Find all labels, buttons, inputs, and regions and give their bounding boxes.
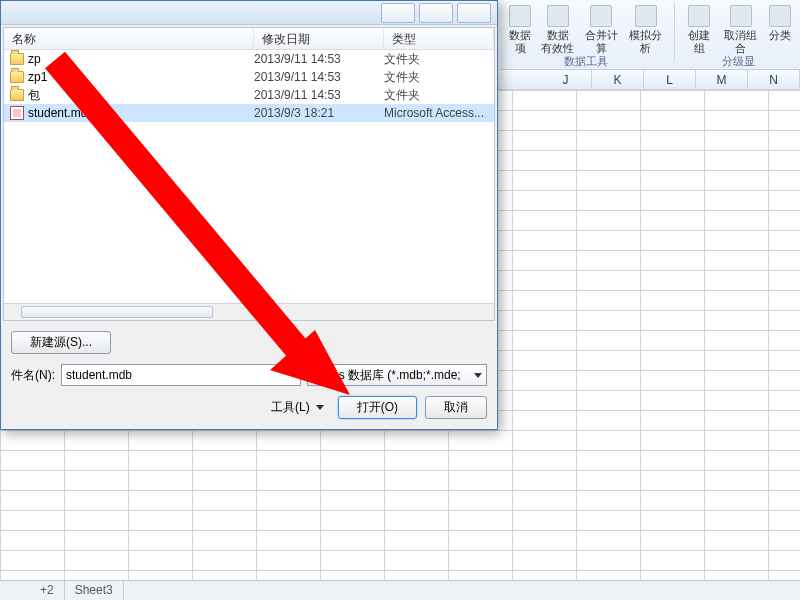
ribbon-whatif-button[interactable]: 模拟分析 [623, 2, 667, 58]
file-row[interactable]: zp12013/9/11 14:53文件夹 [4, 68, 494, 86]
file-list-panel: 名称 修改日期 类型 zp2013/9/11 14:53文件夹zp12013/9… [3, 27, 495, 321]
filename-row: 件名(N): ccess 数据库 (*.mdb;*.mde; [11, 364, 487, 386]
file-type-filter[interactable]: ccess 数据库 (*.mdb;*.mde; [307, 364, 487, 386]
view-list-button[interactable] [381, 3, 415, 23]
folder-icon [10, 53, 24, 65]
ribbon-ungroup-button[interactable]: 取消组合 [718, 2, 764, 58]
mdb-file-icon [10, 106, 24, 120]
ribbon-data-label: 数据 [509, 29, 531, 42]
col-header[interactable]: M [696, 70, 748, 89]
ribbon-group-button[interactable]: 创建组 [681, 2, 718, 58]
ungroup-icon [730, 5, 752, 27]
file-date: 2013/9/11 14:53 [254, 86, 384, 104]
validation-icon [547, 5, 569, 27]
subtotal-icon [769, 5, 791, 27]
filename-label: 件名(N): [11, 367, 55, 384]
ribbon-separator [674, 2, 675, 62]
file-type: Microsoft Access... [384, 104, 494, 122]
file-name: zp [28, 50, 41, 68]
file-date: 2013/9/11 14:53 [254, 68, 384, 86]
tools-dropdown[interactable]: 工具(L) [265, 397, 330, 419]
dialog-toolbar [1, 1, 497, 25]
file-list[interactable]: zp2013/9/11 14:53文件夹zp12013/9/11 14:53文件… [4, 50, 494, 303]
ribbon-consolidate-button[interactable]: 合并计算 [579, 2, 623, 58]
sheet-tabs: +2 Sheet3 [0, 580, 800, 600]
ribbon-group-outline: 创建组 取消组合 分类 分级显 [677, 2, 800, 69]
dialog-actions: 工具(L) 打开(O) 取消 [11, 396, 487, 419]
ribbon-group-datatools: 数据 项 数据 有效性 合并计算 模拟分析 数据工具 [500, 2, 672, 69]
file-date: 2013/9/3 18:21 [254, 104, 384, 122]
data-icon [509, 5, 531, 27]
tools-label: 工具(L) [271, 399, 310, 416]
file-name: zp1 [28, 68, 47, 86]
help-button[interactable] [457, 3, 491, 23]
ribbon-subtotal-button[interactable]: 分类 [764, 2, 796, 58]
group-icon [688, 5, 710, 27]
cancel-button[interactable]: 取消 [425, 396, 487, 419]
file-name: student.mdb [28, 104, 94, 122]
ribbon-validation-label: 数据 有效性 [541, 29, 574, 55]
file-row[interactable]: student.mdb2013/9/3 18:21Microsoft Acces… [4, 104, 494, 122]
excel-ribbon: 数据 项 数据 有效性 合并计算 模拟分析 数据工具 创建组 [500, 0, 800, 70]
horizontal-scrollbar[interactable] [4, 303, 494, 320]
file-type: 文件夹 [384, 68, 494, 86]
col-header[interactable]: K [592, 70, 644, 89]
dialog-bottom: 新建源(S)... 件名(N): ccess 数据库 (*.mdb;*.mde;… [1, 323, 497, 429]
ribbon-consolidate-label: 合并计算 [584, 29, 618, 55]
ribbon-group-label: 创建组 [686, 29, 713, 55]
file-type: 文件夹 [384, 50, 494, 68]
file-type: 文件夹 [384, 86, 494, 104]
file-row[interactable]: 包2013/9/11 14:53文件夹 [4, 86, 494, 104]
file-row[interactable]: zp2013/9/11 14:53文件夹 [4, 50, 494, 68]
ribbon-data-button[interactable]: 数据 项 [504, 2, 536, 58]
chevron-down-icon [316, 405, 324, 410]
chevron-down-icon [474, 373, 482, 378]
ribbon-validation-button[interactable]: 数据 有效性 [536, 2, 579, 58]
file-list-header: 名称 修改日期 类型 [4, 28, 494, 50]
folder-icon [10, 89, 24, 101]
folder-icon [10, 71, 24, 83]
ribbon-ungroup-label: 取消组合 [723, 29, 759, 55]
file-name: 包 [28, 86, 40, 104]
col-name-header[interactable]: 名称 [4, 28, 254, 49]
view-details-button[interactable] [419, 3, 453, 23]
col-date-header[interactable]: 修改日期 [254, 28, 384, 49]
ribbon-subtotal-label: 分类 [769, 29, 791, 42]
consolidate-icon [590, 5, 612, 27]
file-date: 2013/9/11 14:53 [254, 50, 384, 68]
file-open-dialog: 名称 修改日期 类型 zp2013/9/11 14:53文件夹zp12013/9… [0, 0, 498, 430]
ribbon-group-outline-label: 分级显 [677, 53, 800, 69]
whatif-icon [635, 5, 657, 27]
col-header[interactable]: J [540, 70, 592, 89]
col-header[interactable]: L [644, 70, 696, 89]
ribbon-group-tools-label: 数据工具 [500, 53, 672, 69]
col-type-header[interactable]: 类型 [384, 28, 494, 49]
file-type-filter-label: ccess 数据库 (*.mdb;*.mde; [314, 367, 461, 384]
open-button[interactable]: 打开(O) [338, 396, 417, 419]
new-source-button[interactable]: 新建源(S)... [11, 331, 111, 354]
sheet-tab[interactable]: Sheet3 [65, 581, 124, 600]
filename-input[interactable] [61, 364, 301, 386]
sheet-tab[interactable]: +2 [30, 581, 65, 600]
ribbon-whatif-label: 模拟分析 [628, 29, 662, 55]
col-header[interactable]: N [748, 70, 800, 89]
